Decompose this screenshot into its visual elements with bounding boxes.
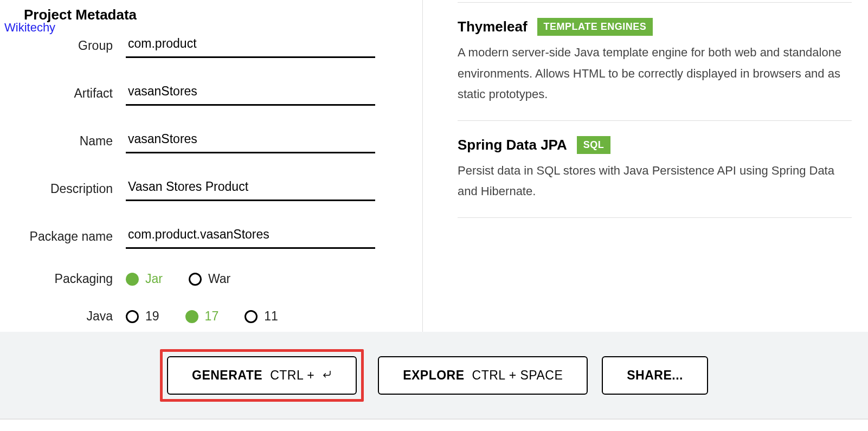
package-name-label: Package name xyxy=(0,229,126,244)
java-radio-17[interactable]: 17 xyxy=(185,309,219,324)
dependency-name: Spring Data JPA xyxy=(458,137,567,153)
group-label: Group xyxy=(0,38,126,53)
dependency-badge: TEMPLATE ENGINES xyxy=(537,18,653,36)
java-radio-11[interactable]: 11 xyxy=(245,309,278,324)
generate-label: GENERATE xyxy=(192,368,262,383)
radio-label: 19 xyxy=(145,309,159,324)
generate-shortcut: CTRL + xyxy=(270,368,314,383)
radio-label: Jar xyxy=(145,272,163,286)
artifact-input[interactable] xyxy=(126,81,375,106)
name-input[interactable] xyxy=(126,128,375,153)
packaging-radio-jar[interactable]: Jar xyxy=(126,272,163,286)
java-radio-group: 19 17 11 xyxy=(126,309,278,324)
generate-highlight: GENERATE CTRL + xyxy=(160,349,364,402)
share-label: SHARE... xyxy=(627,368,683,383)
radio-label: 17 xyxy=(205,309,219,324)
package-name-input[interactable] xyxy=(126,224,375,249)
explore-button[interactable]: EXPLORE CTRL + SPACE xyxy=(378,356,588,395)
description-label: Description xyxy=(0,182,126,196)
java-radio-19[interactable]: 19 xyxy=(126,309,159,324)
name-label: Name xyxy=(0,134,126,149)
project-metadata-panel: Project Metadata Group Artifact Name Des… xyxy=(0,0,423,332)
wikitechy-link[interactable]: Wikitechy xyxy=(4,21,55,35)
radio-empty-icon xyxy=(245,310,258,323)
radio-empty-icon xyxy=(126,310,139,323)
explore-shortcut: CTRL + SPACE xyxy=(472,368,563,383)
group-input[interactable] xyxy=(126,33,375,58)
dependency-name: Thymeleaf xyxy=(458,18,528,35)
dependency-thymeleaf: Thymeleaf TEMPLATE ENGINES A modern serv… xyxy=(458,3,852,121)
dependency-description: Persist data in SQL stores with Java Per… xyxy=(458,160,852,202)
dependency-badge: SQL xyxy=(577,136,611,154)
radio-empty-icon xyxy=(189,273,202,286)
packaging-radio-group: Jar War xyxy=(126,272,230,286)
dependencies-panel: Thymeleaf TEMPLATE ENGINES A modern serv… xyxy=(423,0,868,332)
radio-label: 11 xyxy=(264,309,278,324)
explore-label: EXPLORE xyxy=(403,368,464,383)
dependency-description: A modern server-side Java template engin… xyxy=(458,42,852,105)
packaging-label: Packaging xyxy=(0,272,126,286)
radio-label: War xyxy=(208,272,230,286)
radio-selected-icon xyxy=(185,310,198,323)
java-label: Java xyxy=(0,309,126,324)
packaging-radio-war[interactable]: War xyxy=(189,272,230,286)
footer-actions: GENERATE CTRL + EXPLORE CTRL + SPACE SHA… xyxy=(0,332,868,420)
artifact-label: Artifact xyxy=(0,86,126,101)
section-title: Project Metadata xyxy=(0,0,412,33)
dependency-spring-data-jpa: Spring Data JPA SQL Persist data in SQL … xyxy=(458,121,852,218)
enter-icon xyxy=(322,369,332,382)
radio-selected-icon xyxy=(126,273,139,286)
share-button[interactable]: SHARE... xyxy=(602,356,708,395)
generate-button[interactable]: GENERATE CTRL + xyxy=(167,356,357,395)
description-input[interactable] xyxy=(126,176,375,201)
